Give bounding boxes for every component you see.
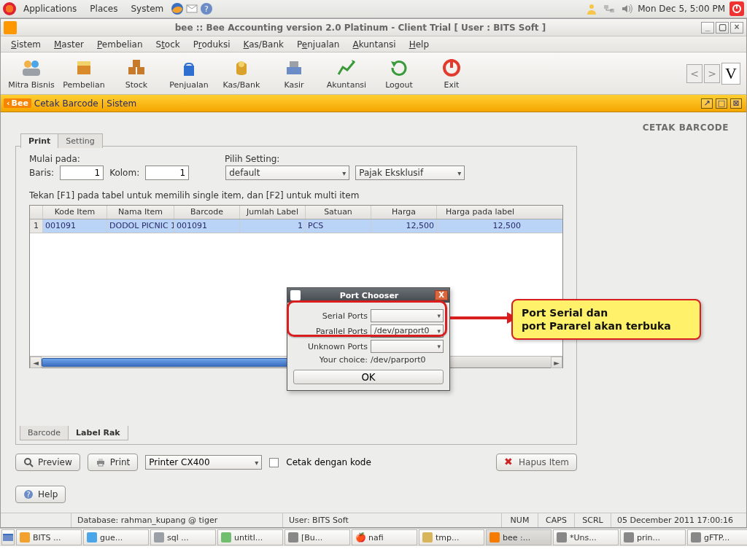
dialog-close-button[interactable]: X (435, 290, 448, 300)
taskbar-task[interactable]: gue... (83, 529, 149, 545)
menu-sistem[interactable]: Sistem (5, 38, 47, 51)
col-kode[interactable]: Kode Item (43, 206, 107, 219)
gnome-clock[interactable]: Mon Dec 5, 5:00 PM (638, 4, 725, 14)
help-button[interactable]: ?Help (15, 486, 66, 503)
taskbar-task[interactable]: 🍎nafi (352, 529, 417, 545)
gnome-menu-places[interactable]: Places (84, 2, 123, 15)
task-label: bee :... (503, 533, 530, 542)
col-barcode[interactable]: Barcode (174, 206, 240, 219)
show-desktop-button[interactable] (1, 529, 15, 545)
task-icon (624, 532, 634, 542)
menu-kasbank[interactable]: Kas/Bank (238, 38, 290, 51)
cell-barcode: 001091 (174, 219, 240, 233)
print-button[interactable]: Print (88, 454, 139, 471)
scroll-left-button[interactable]: ◄ (30, 357, 42, 368)
cell-rownum: 1 (30, 219, 43, 233)
tool-akuntansi[interactable]: Akuntansi (320, 54, 373, 93)
menu-produksi[interactable]: Produksi (187, 38, 236, 51)
taskbar-task[interactable]: prin... (620, 529, 686, 545)
taskbar-task[interactable]: sql ... (150, 529, 216, 545)
col-hargalabel[interactable]: Harga pada label (437, 206, 523, 219)
tool-logout[interactable]: Logout (373, 54, 425, 93)
menu-akuntansi[interactable]: Akuntansi (347, 38, 401, 51)
svg-point-4 (589, 4, 594, 9)
taskbar-task[interactable]: [Bu... (285, 529, 350, 545)
iframe-maximize-button[interactable]: □ (716, 98, 727, 109)
shutdown-icon[interactable] (729, 1, 744, 16)
scroll-right-button[interactable]: ► (551, 357, 562, 368)
ok-button[interactable]: OK (293, 370, 444, 384)
taskbar-task[interactable]: BITS ... (16, 529, 82, 545)
col-harga[interactable]: Harga (371, 206, 437, 219)
taskbar-task[interactable]: tmp... (419, 529, 484, 545)
window-maximize-button[interactable]: ▢ (716, 22, 729, 34)
baris-input[interactable] (60, 166, 104, 180)
iframe-restore-button[interactable]: ↗ (701, 98, 713, 109)
svg-rect-19 (290, 61, 298, 67)
task-label: *Uns... (570, 533, 597, 542)
tab-print[interactable]: Print (20, 133, 58, 148)
menu-penjualan[interactable]: Penjualan (291, 38, 345, 51)
kolom-input[interactable] (145, 166, 189, 180)
hapus-item-button[interactable]: ✖Hapus Item (496, 454, 577, 471)
cell-harga: 12,500 (371, 219, 437, 233)
status-num: NUM (501, 513, 538, 527)
taskbar-task[interactable]: gFTP... (687, 529, 747, 545)
gnome-menu-system[interactable]: System (125, 2, 169, 15)
task-label: BITS ... (33, 533, 61, 542)
nav-v-button[interactable]: V (721, 63, 740, 85)
taskbar-task[interactable]: *Uns... (553, 529, 619, 545)
cell-satuan: PCS (306, 219, 371, 233)
unknown-combo[interactable] (371, 340, 444, 353)
window-close-button[interactable]: × (730, 22, 743, 34)
ubuntu-logo-icon (3, 2, 16, 15)
tool-kasir[interactable]: Kasir (268, 54, 320, 93)
bee-pill: Bee (4, 98, 31, 108)
iframe-close-button[interactable]: ⊠ (730, 98, 742, 109)
pajak-combo[interactable]: Pajak Eksklusif (355, 166, 465, 180)
col-rownum (30, 206, 43, 219)
nav-next-button[interactable]: > (704, 64, 720, 83)
volume-icon[interactable] (620, 2, 633, 15)
svg-rect-30 (3, 534, 13, 535)
user-presence-icon[interactable] (585, 2, 598, 15)
tool-kasbank[interactable]: Kas/Bank (215, 54, 268, 93)
subtab-labelrak[interactable]: Label Rak (68, 426, 128, 440)
mail-launcher-icon[interactable] (185, 2, 198, 15)
tool-mitra-bisnis[interactable]: Mitra Bisnis (5, 54, 58, 93)
menu-stock[interactable]: Stock (150, 38, 186, 51)
status-timestamp: 05 December 2011 17:00:16 (611, 513, 746, 527)
cetak-kode-checkbox[interactable] (269, 458, 279, 467)
nav-prev-button[interactable]: < (686, 64, 703, 83)
tool-stock[interactable]: Stock (110, 54, 163, 93)
statusbar: Database: rahman_kupang @ tiger User: BI… (1, 513, 746, 527)
unknown-label: Unknown Ports (302, 342, 368, 351)
tool-label: Penjualan (169, 80, 209, 90)
col-satuan[interactable]: Satuan (306, 206, 371, 219)
svg-rect-21 (450, 59, 453, 68)
tool-pembelian[interactable]: Pembelian (58, 54, 110, 93)
preview-button[interactable]: Preview (15, 454, 80, 471)
tool-exit[interactable]: Exit (425, 54, 478, 93)
svg-point-9 (24, 61, 31, 68)
printer-combo[interactable]: Printer CX400 (145, 455, 262, 470)
col-nama[interactable]: Nama Item (107, 206, 174, 219)
col-jumlah[interactable]: Jumlah Label (240, 206, 306, 219)
tab-setting[interactable]: Setting (58, 133, 102, 148)
subtab-barcode[interactable]: Barcode (20, 426, 69, 440)
taskbar-task[interactable]: bee :... (486, 529, 551, 545)
window-minimize-button[interactable]: _ (701, 22, 714, 34)
firefox-launcher-icon[interactable] (171, 2, 184, 15)
gnome-menu-applications[interactable]: Applications (18, 2, 82, 15)
menu-help[interactable]: Help (403, 38, 435, 51)
menu-pembelian[interactable]: Pembelian (91, 38, 149, 51)
help-launcher-icon[interactable]: ? (200, 2, 213, 15)
taskbar-task[interactable]: untitl... (217, 529, 283, 545)
tool-label: Exit (444, 80, 460, 90)
table-row[interactable]: 1 001091 DODOL PICNIC 1 001091 1 PCS 12,… (30, 219, 562, 233)
tool-penjualan[interactable]: Penjualan (163, 54, 215, 93)
menu-master[interactable]: Master (48, 38, 90, 51)
tool-label: Pembelian (63, 80, 104, 90)
network-icon[interactable] (603, 2, 616, 15)
setting-combo[interactable]: default (225, 166, 349, 180)
